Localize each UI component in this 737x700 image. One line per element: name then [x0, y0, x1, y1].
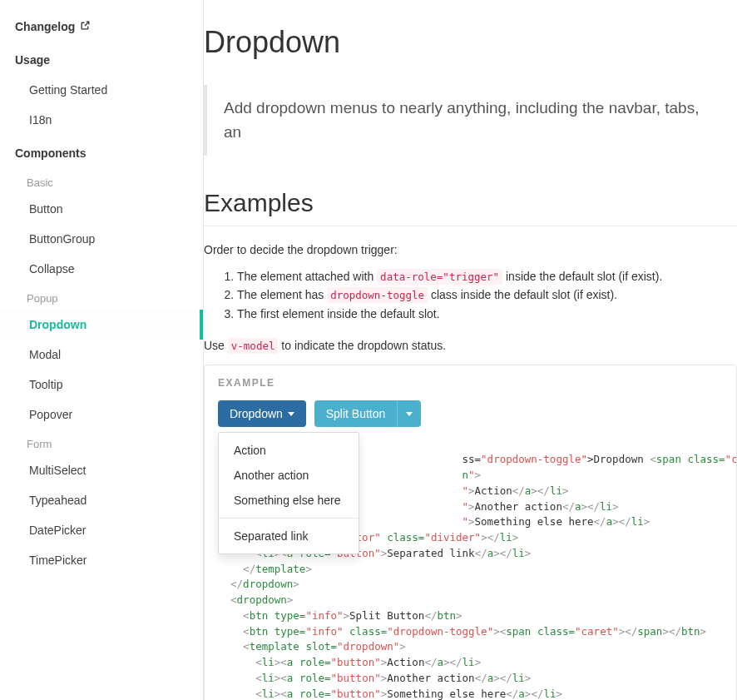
use-post: to indicate the dropdown status.: [278, 339, 446, 352]
split-button-group: Split Button: [314, 400, 422, 427]
sidebar-item[interactable]: ButtonGroup: [0, 224, 203, 254]
dropdown-button[interactable]: Dropdown: [218, 400, 306, 427]
dropdown-menu: ActionAnother actionSomething else hereS…: [218, 432, 359, 554]
sidebar[interactable]: ChangelogUsageGetting StartedI18nCompone…: [0, 0, 204, 700]
page-title: Dropdown: [204, 25, 737, 60]
sidebar-item[interactable]: Collapse: [0, 254, 203, 284]
sidebar-item[interactable]: DatePicker: [0, 515, 203, 545]
rule-item: The element has dropdown-toggle class in…: [237, 286, 737, 305]
example-panel: EXAMPLE Dropdown Split Button: [204, 365, 737, 700]
sidebar-item[interactable]: Popover: [0, 400, 203, 429]
split-button-main[interactable]: Split Button: [314, 400, 398, 427]
sidebar-section-title: Components: [0, 135, 203, 168]
sidebar-section-title: Usage: [0, 42, 203, 75]
dropdown-menu-item[interactable]: Something else here: [219, 488, 359, 513]
sidebar-item[interactable]: Button: [0, 194, 203, 224]
rule-item: The element attached with data-role="tri…: [237, 268, 737, 286]
sidebar-item[interactable]: MultiSelect: [0, 455, 203, 485]
example-label: EXAMPLE: [205, 365, 736, 389]
use-pre: Use: [204, 339, 228, 352]
example-body: Dropdown Split Button ActionAnother acti…: [205, 389, 736, 440]
dropdown-button-label: Dropdown: [230, 407, 283, 420]
use-code: v-model: [228, 338, 279, 354]
use-vmodel: Use v-model to indicate the dropdown sta…: [204, 337, 737, 355]
split-button-toggle[interactable]: [397, 400, 421, 427]
dropdown-menu-item[interactable]: Action: [219, 438, 359, 463]
sidebar-group-label: Form: [0, 429, 203, 455]
sidebar-item[interactable]: Modal: [0, 340, 203, 370]
sidebar-item[interactable]: Getting Started: [0, 75, 203, 105]
caret-icon: [406, 412, 413, 416]
dropdown-menu-item[interactable]: Another action: [219, 463, 359, 488]
split-button-label: Split Button: [326, 407, 386, 420]
sidebar-section-title[interactable]: Changelog: [0, 8, 203, 42]
dropdown-divider: [219, 518, 359, 519]
sidebar-group-label: Basic: [0, 168, 203, 194]
intro-text: Order to decide the dropdown trigger:: [204, 241, 737, 260]
lead-text: Add dropdown menus to nearly anything, i…: [224, 97, 720, 144]
sidebar-item[interactable]: Tooltip: [0, 370, 203, 400]
sidebar-group-label: Popup: [0, 284, 203, 310]
examples-heading: Examples: [204, 189, 737, 226]
external-link-icon: [80, 20, 91, 33]
lead-block: Add dropdown menus to nearly anything, i…: [204, 85, 737, 156]
sidebar-item[interactable]: Typeahead: [0, 485, 203, 515]
sidebar-item[interactable]: I18n: [0, 105, 203, 135]
rules-list: The element attached with data-role="tri…: [204, 268, 737, 324]
caret-icon: [288, 412, 294, 416]
sidebar-item[interactable]: TimePicker: [0, 545, 203, 575]
main-content: Dropdown Add dropdown menus to nearly an…: [204, 0, 737, 700]
rule-item: The first element inside the default slo…: [237, 305, 737, 324]
dropdown-menu-item[interactable]: Separated link: [219, 524, 359, 549]
sidebar-item[interactable]: Dropdown: [0, 310, 203, 340]
